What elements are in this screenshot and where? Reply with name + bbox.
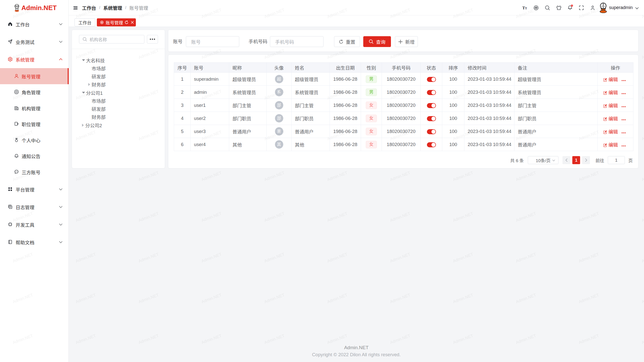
svg-text:T: T — [525, 7, 527, 10]
